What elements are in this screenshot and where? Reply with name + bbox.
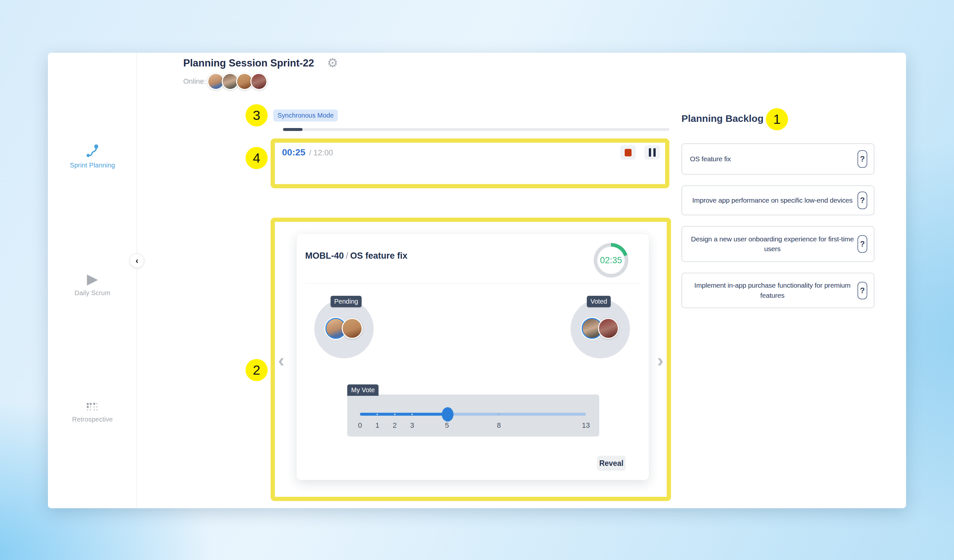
- scale-label-1: 1: [375, 421, 379, 430]
- my-vote-badge: My Vote: [347, 384, 379, 396]
- story-timer-value: 02:35: [600, 255, 622, 266]
- slider-tick-3: [412, 414, 413, 415]
- timer-elapsed: 00:25: [282, 147, 306, 158]
- scale-label-2: 2: [393, 421, 397, 430]
- vote-slider-track[interactable]: [360, 413, 586, 416]
- divider: [304, 283, 641, 284]
- pending-badge: Pending: [330, 296, 362, 307]
- voted-avatar-2: [598, 318, 619, 339]
- backlog-item[interactable]: Design a new user onboarding experience …: [681, 226, 874, 262]
- slider-tick-1: [377, 414, 378, 415]
- story-name: OS feature fix: [350, 251, 408, 261]
- online-avatar-4: [250, 73, 267, 90]
- pause-button[interactable]: [644, 145, 660, 160]
- vote-slider-thumb[interactable]: [442, 407, 454, 422]
- annotation-circle-3: 3: [246, 104, 268, 126]
- app-window: Sprint Planning ▶ Daily Scrum Retrospect…: [48, 53, 906, 508]
- slider-tick-8: [498, 414, 499, 415]
- stop-icon: [625, 149, 631, 156]
- scale-label-5: 5: [445, 421, 449, 430]
- annotation-circle-2: 2: [246, 359, 268, 381]
- backlog-item-title: Improve app performance on specific low-…: [690, 196, 855, 205]
- pause-icon: [649, 148, 656, 157]
- vote-slider-panel: 0 1 2 3 5 8 13: [347, 395, 599, 437]
- sidebar-item-retrospective[interactable]: Retrospective: [48, 402, 137, 423]
- backlog-item[interactable]: Improve app performance on specific low-…: [681, 185, 874, 215]
- sidebar-collapse-button[interactable]: ‹: [130, 254, 144, 268]
- backlog-item[interactable]: Implement in-app purchase functionality …: [681, 273, 874, 308]
- sidebar-item-daily-scrum[interactable]: ▶ Daily Scrum: [48, 272, 137, 297]
- carousel-next-button[interactable]: ›: [657, 351, 664, 370]
- estimate-unknown-badge: ?: [857, 191, 867, 209]
- chevron-left-icon: ‹: [136, 256, 139, 266]
- sidebar: Sprint Planning ▶ Daily Scrum Retrospect…: [48, 53, 137, 508]
- story-timer-ring: 02:35: [594, 243, 628, 278]
- backlog-list: OS feature fix ? Improve app performance…: [681, 143, 874, 319]
- slider-tick-2: [394, 414, 396, 415]
- timer-total: / 12:00: [309, 148, 333, 157]
- dots-grid-icon: [85, 402, 100, 412]
- route-icon: [85, 144, 100, 158]
- vote-scale-labels: 0 1 2 3 5 8 13: [360, 421, 586, 431]
- voting-carousel: ‹ › MOBL-40/OS feature fix 02:35 Pending…: [271, 218, 671, 501]
- voted-badge: Voted: [587, 296, 611, 307]
- carousel-prev-button[interactable]: ‹: [278, 351, 284, 370]
- sync-mode-badge[interactable]: Synchronous Mode: [273, 109, 338, 121]
- sidebar-item-label: Sprint Planning: [70, 162, 115, 169]
- scale-label-8: 8: [497, 421, 501, 430]
- sidebar-item-label: Daily Scrum: [75, 289, 111, 296]
- backlog-title: Planning Backlog: [681, 113, 764, 124]
- sidebar-item-sprint-planning[interactable]: Sprint Planning: [48, 144, 137, 169]
- scale-label-3: 3: [410, 421, 414, 430]
- voted-group: Voted: [571, 299, 630, 358]
- play-icon: ▶: [48, 272, 137, 286]
- story-card: MOBL-40/OS feature fix 02:35 Pending Vot…: [296, 233, 649, 480]
- sidebar-item-label: Retrospective: [72, 416, 113, 423]
- voted-avatars: [571, 318, 630, 339]
- pending-avatar-2: [342, 318, 363, 339]
- session-timer-panel: 00:25 / 12:00: [271, 138, 669, 188]
- estimate-unknown-badge: ?: [857, 282, 867, 299]
- backlog-item[interactable]: OS feature fix ?: [681, 143, 874, 174]
- vote-slider-fill: [360, 413, 447, 416]
- pending-group: Pending: [314, 299, 374, 358]
- online-label: Online:: [183, 77, 206, 86]
- annotation-circle-4: 4: [246, 147, 268, 169]
- settings-gear-icon[interactable]: ⚙: [327, 57, 338, 69]
- reveal-button[interactable]: Reveal: [597, 456, 626, 471]
- session-progress-bar: [283, 128, 669, 131]
- estimate-unknown-badge: ?: [857, 150, 867, 168]
- estimate-unknown-badge: ?: [857, 235, 867, 253]
- session-progress-fill: [283, 128, 302, 131]
- story-separator: /: [344, 251, 351, 261]
- page-title: Planning Session Sprint-22: [183, 58, 314, 69]
- scale-label-13: 13: [582, 421, 590, 430]
- stop-button[interactable]: [620, 145, 636, 160]
- annotation-circle-1: 1: [766, 108, 788, 130]
- pending-avatars: [314, 318, 374, 339]
- online-users: Online:: [183, 73, 267, 90]
- backlog-item-title: OS feature fix: [690, 154, 855, 164]
- backlog-item-title: Implement in-app purchase functionality …: [690, 280, 855, 300]
- story-title: MOBL-40/OS feature fix: [305, 251, 408, 261]
- backlog-item-title: Design a new user onboarding experience …: [690, 234, 855, 254]
- scale-label-0: 0: [358, 421, 362, 430]
- story-key: MOBL-40: [305, 251, 344, 261]
